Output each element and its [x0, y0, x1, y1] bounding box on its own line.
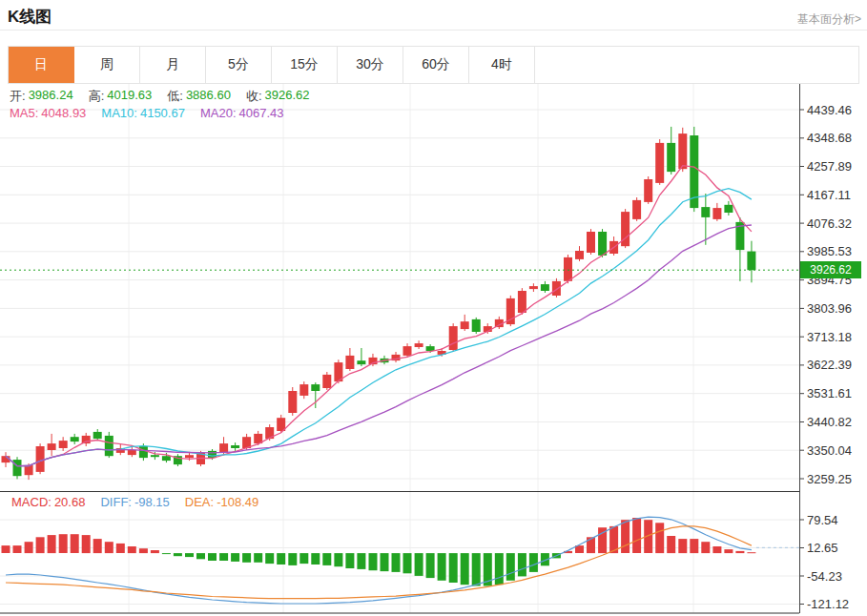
candle-body — [403, 346, 412, 356]
macd-bar — [587, 537, 595, 553]
y-axis-label: 4439.46 — [807, 103, 852, 117]
macd-bar — [128, 546, 136, 553]
tab-period-1[interactable]: 周 — [74, 47, 140, 83]
tab-period-4[interactable]: 15分 — [272, 47, 338, 83]
macd-bar — [231, 553, 239, 562]
macd-bar — [415, 553, 423, 576]
candle-body — [219, 443, 228, 453]
candle-body — [162, 456, 171, 461]
candle-body — [667, 143, 675, 172]
macd-bar — [392, 553, 401, 572]
title-divider — [0, 30, 867, 31]
macd-bar — [277, 553, 285, 565]
candle-body — [151, 455, 159, 457]
low-value: 低:3886.60 — [167, 88, 231, 105]
candle-body — [449, 326, 458, 350]
ma10-value: MA10:4150.67 — [101, 106, 185, 120]
tab-period-2[interactable]: 月 — [140, 47, 206, 83]
macd-bar — [288, 553, 297, 565]
fundamental-analysis-link[interactable]: 基本面分析> — [797, 11, 861, 28]
macd-bar — [139, 548, 148, 553]
macd-bar — [472, 553, 481, 585]
macd-bar — [632, 518, 641, 553]
dea-value: DEA:-108.49 — [185, 495, 258, 509]
diff-value: DIFF:-98.15 — [100, 495, 169, 509]
candle-body — [724, 205, 733, 213]
macd-bar — [71, 534, 79, 553]
macd-bar — [438, 553, 446, 581]
macd-bar — [208, 553, 217, 561]
macd-bar — [151, 550, 159, 553]
candle-body — [71, 437, 79, 441]
candle-body — [48, 443, 56, 450]
ohlc-info-bar: 开:3986.24 高:4019.63 低:3886.60 收:3926.62 — [10, 88, 310, 105]
y-axis-label: 12.65 — [807, 541, 838, 555]
macd-indicator-chart[interactable]: 79.5412.65-54.23-121.12 — [0, 491, 867, 616]
candle-body — [678, 133, 687, 169]
y-axis-label: -121.12 — [807, 597, 849, 611]
macd-bar — [518, 553, 526, 576]
macd-bar — [529, 553, 538, 572]
macd-bar — [403, 553, 412, 573]
macd-bar — [265, 553, 274, 564]
tab-period-3[interactable]: 5分 — [206, 47, 272, 83]
candle-body — [632, 200, 641, 219]
candle-body — [36, 446, 45, 472]
macd-bar — [219, 553, 228, 561]
macd-bar — [185, 553, 194, 557]
y-axis-label: 79.54 — [807, 513, 838, 527]
candle-body — [655, 143, 664, 183]
macd-bar — [735, 551, 744, 553]
y-axis-label: 3985.53 — [807, 244, 852, 258]
macd-bar — [449, 553, 458, 583]
candle-body — [518, 291, 526, 313]
candle-body — [185, 455, 194, 458]
candle-body — [552, 281, 561, 296]
macd-bar — [13, 545, 22, 553]
macd-bar — [311, 553, 320, 565]
macd-bar — [747, 552, 755, 553]
macd-value: MACD:20.68 — [11, 495, 85, 509]
candle-body — [59, 441, 68, 448]
ma-info-bar: MA5:4048.93 MA10:4150.67 MA20:4067.43 — [10, 106, 284, 120]
candle-body — [598, 232, 607, 256]
macd-bar — [334, 553, 342, 566]
candle-body — [575, 251, 584, 259]
y-axis-label: 3531.61 — [807, 386, 852, 400]
macd-bar — [667, 536, 675, 553]
y-axis-label: -54.23 — [807, 569, 842, 584]
macd-bar — [381, 553, 389, 571]
candle-body — [529, 286, 538, 289]
y-axis-label: 4348.68 — [807, 131, 852, 145]
tab-period-5[interactable]: 30分 — [338, 47, 403, 83]
main-candlestick-chart[interactable]: 4439.464348.684257.894167.114076.323985.… — [0, 84, 867, 491]
candle-body — [541, 284, 549, 291]
macd-bar — [461, 553, 469, 585]
tab-period-7[interactable]: 4时 — [469, 47, 535, 83]
page-title: K线图 — [8, 6, 52, 28]
macd-bar — [426, 553, 435, 578]
macd-bar — [174, 553, 182, 556]
y-axis-label: 3713.18 — [807, 330, 852, 344]
candle-body — [299, 384, 308, 396]
macd-bar — [655, 523, 664, 553]
macd-bar — [369, 553, 378, 570]
macd-bar — [196, 553, 205, 559]
candle-body — [82, 436, 91, 443]
candle-body — [105, 436, 114, 456]
tab-period-0[interactable]: 日 — [9, 47, 74, 83]
macd-bar — [25, 542, 33, 553]
candle-body — [564, 257, 572, 281]
ma5-value: MA5:4048.93 — [10, 106, 86, 120]
candle-body — [13, 460, 22, 476]
candle-body — [587, 232, 595, 253]
candle-body — [461, 321, 469, 329]
candle-body — [231, 445, 239, 448]
candle-body — [25, 465, 33, 475]
close-value: 收:3926.62 — [246, 88, 310, 105]
macd-bar — [701, 542, 710, 553]
macd-bar — [690, 539, 698, 553]
macd-bar — [254, 553, 262, 563]
macd-bar — [36, 537, 45, 553]
tab-period-6[interactable]: 60分 — [403, 47, 469, 83]
